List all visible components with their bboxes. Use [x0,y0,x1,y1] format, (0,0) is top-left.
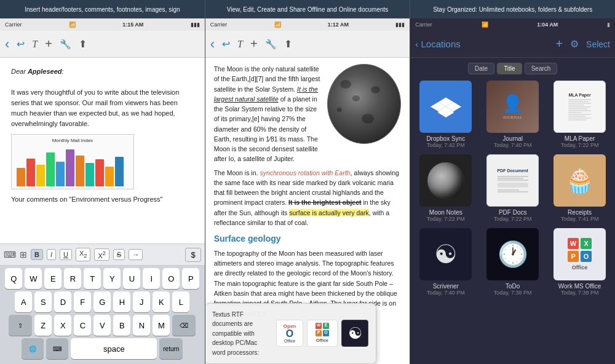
back-button-1[interactable]: ‹ [5,36,9,52]
battery-icon-2: ▮▮▮ [395,22,405,28]
file-date-moon: Today, 7:22 PM [427,216,465,222]
file-item-receipts[interactable]: 🧁 Receipts Today, 7:41 PM [549,154,610,222]
key-i[interactable]: I [143,268,160,289]
chart-container: Monthly Mail Index [11,134,134,189]
msoffice-logo: W E P O Office [307,320,338,347]
filter-search[interactable]: Search [525,63,558,74]
file-item-pdf[interactable]: PDF Document PDF Docs Today, 7:22 PM [482,154,543,222]
key-p[interactable]: P [182,268,199,289]
superscript-button[interactable]: X2 [94,248,109,261]
key-h[interactable]: H [113,291,130,312]
file-thumb-mla: MLA Paper [554,81,606,133]
wifi-icon-1: 📶 [69,22,76,28]
add-icon-2[interactable]: + [250,37,258,51]
underline-button[interactable]: U [60,249,72,260]
arrow-button[interactable]: → [129,249,143,260]
file-item-dropbox[interactable]: Dropbox Sync Today, 7:42 PM [415,81,476,148]
key-shift[interactable]: ⇧ [9,315,32,336]
panels-container: Carrier 📶 1:15 AM ▮▮▮ ‹ ↩ T + 🔧 ⬆ Dear A… [0,18,615,364]
key-backspace[interactable]: ⌫ [172,315,196,336]
key-k[interactable]: K [153,291,170,312]
file-item-mla[interactable]: MLA Paper [549,81,610,148]
key-t[interactable]: T [84,268,101,289]
carrier-1: Carrier [5,22,22,28]
file-name-moon: Moon Notes [429,209,462,216]
file-thumb-moon [419,154,472,207]
banner-section-1: Insert header/footers, comments, footnot… [0,0,205,18]
italic-button[interactable]: I [47,249,56,260]
file-item-scrivener[interactable]: ☯ Scrivener Today, 7:40 PM [415,228,476,296]
gear-icon-3[interactable]: ⚙ [570,38,579,50]
chart-bars [14,146,131,186]
key-keyboard[interactable]: ⌨ [46,338,68,359]
subscript-button[interactable]: X2 [76,248,90,261]
status-bar-2: Carrier 📶 1:12 AM ▮▮▮ [205,18,410,31]
highlighted-text: surface is actually very dark [289,209,369,216]
key-y[interactable]: Y [103,268,121,289]
file-name-office: Work MS Office [558,283,601,290]
toolbar-2: ‹ ↩ T + 🔧 ⬆ [205,31,410,58]
key-z[interactable]: Z [34,315,52,336]
keyboard-icon[interactable]: ⌨ [4,250,16,259]
add-icon-1[interactable]: + [45,37,52,51]
select-button[interactable]: Select [586,39,610,49]
key-emoji[interactable]: 🌐 [22,338,44,359]
key-x[interactable]: X [54,315,71,336]
key-c[interactable]: C [74,315,91,336]
battery-icon-3: ▮ [607,22,610,28]
text-format-icon-2[interactable]: T [237,39,243,50]
key-e[interactable]: E [44,268,62,289]
key-r[interactable]: R [64,268,81,289]
key-v[interactable]: V [93,315,111,336]
key-o[interactable]: O [162,268,180,289]
undo-button-2[interactable]: ↩ [222,38,230,50]
toolbar-3: ‹ Locations + ⚙ Select [410,31,615,58]
wrench-icon-2[interactable]: 🔧 [265,39,277,50]
key-f[interactable]: F [74,291,91,312]
sync-text: synchronous rotation with Earth [260,169,350,176]
key-m[interactable]: M [153,315,170,336]
filter-date[interactable]: Date [468,63,494,74]
battery-icon-1: ▮▮▮ [191,22,200,28]
undo-button-1[interactable]: ↩ [17,38,25,50]
key-d[interactable]: D [54,291,71,312]
key-j[interactable]: J [133,291,150,312]
share-icon-1[interactable]: ⬆ [79,38,87,50]
banner-text-2: View, Edit, Create and Share Offline and… [227,6,389,13]
text-format-icon-1[interactable]: T [32,39,38,50]
key-a[interactable]: A [15,291,32,312]
panel-word-processor: Carrier 📶 1:15 AM ▮▮▮ ‹ ↩ T + 🔧 ⬆ Dear A… [0,18,205,364]
bold-button[interactable]: B [31,249,43,260]
strikethrough-button[interactable]: S [113,249,125,260]
key-s[interactable]: S [34,291,52,312]
table-icon[interactable]: ⊞ [20,250,27,259]
banner-text-3: Stay Organized: Unlimited notebooks, fol… [433,6,592,13]
banner-text-1: Insert header/footers, comments, footnot… [25,6,180,13]
file-thumb-receipts: 🧁 [554,154,606,207]
key-return[interactable]: return [159,338,183,359]
back-button-2[interactable]: ‹ [210,36,215,52]
file-item-office[interactable]: W X P O Office Work MS Office Today, 7:3… [549,228,610,296]
article-content: The Moon is the only natural satellite o… [205,58,410,364]
file-item-journal[interactable]: 👤 JOURNAL Journal Today, 7:40 PM [482,81,543,148]
key-b[interactable]: B [113,315,130,336]
share-icon-2[interactable]: ⬆ [284,38,292,50]
toolbar-1: ‹ ↩ T + 🔧 ⬆ [0,31,205,58]
key-n[interactable]: N [133,315,150,336]
wrench-icon-1[interactable]: 🔧 [60,39,71,50]
key-l[interactable]: L [172,291,189,312]
file-item-moon[interactable]: Moon Notes Today, 7:22 PM [415,154,476,222]
key-space[interactable]: space [71,338,157,359]
add-icon-3[interactable]: + [555,37,563,51]
file-name-mla: MLA Paper [565,135,595,142]
time-1: 1:15 AM [122,22,143,28]
key-u[interactable]: U [123,268,140,289]
dollar-button[interactable]: $ [185,248,200,262]
file-item-todo[interactable]: 🕐 ToDo Today, 7:38 PM [482,228,543,296]
file-name-scrivener: Scrivener [433,283,459,290]
filter-title[interactable]: Title [497,63,522,74]
key-g[interactable]: G [93,291,111,312]
back-locations-button[interactable]: ‹ Locations [415,39,460,49]
key-w[interactable]: W [25,268,42,289]
key-q[interactable]: Q [5,268,22,289]
